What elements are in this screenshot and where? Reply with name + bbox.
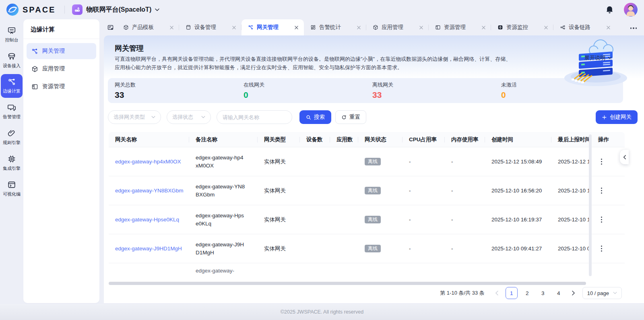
row-actions-icon[interactable]	[598, 188, 605, 194]
gateway-type-select[interactable]: 选择网关类型	[108, 110, 161, 124]
expand-description-toggle[interactable]: 展开说明	[584, 54, 612, 62]
memory-usage: -	[445, 246, 485, 252]
stat-total-gateways: 网关总数 33	[108, 81, 237, 100]
page-size-select[interactable]: 10 / page	[582, 287, 622, 299]
row-actions-icon[interactable]	[598, 159, 605, 165]
gateway-table: 网关名称 备注名称 网关类型 设备数 应用数 网关状态 CPU占用率 内存使用率…	[109, 132, 625, 278]
header-actions	[606, 3, 638, 17]
page-number-4[interactable]: 4	[553, 287, 565, 299]
copyright-text: ©2025 JWSPACE. All rights reserved	[281, 309, 363, 315]
gateway-type: 实体网关	[258, 245, 300, 252]
gateway-name-link[interactable]: edgex-gateway-hp4xM0OX	[109, 159, 189, 165]
gateway-name-input[interactable]	[217, 110, 292, 124]
notification-bell-icon[interactable]	[606, 6, 613, 14]
tab-bar: 产品模板 设备管理 网关管理 告警统计 应用管理	[104, 19, 644, 35]
tab-device-management[interactable]: 设备管理	[179, 19, 242, 35]
device-icon	[186, 25, 191, 30]
gateway-remark: edgex-gateway-YN8BXGbm	[189, 183, 246, 199]
sidebar-item-edge-computing[interactable]: 边缘计算	[1, 74, 23, 98]
gateway-name-link[interactable]: edgex-gateway-YN8BXGbm	[109, 188, 189, 194]
close-tab-icon[interactable]	[357, 26, 361, 29]
sidebar-item-rule-engine[interactable]: 规则引擎	[1, 125, 23, 149]
close-tab-icon[interactable]	[232, 26, 236, 29]
create-gateway-button[interactable]: 创建网关	[596, 110, 638, 124]
stat-online-gateways: 在线网关 0	[237, 81, 365, 100]
last-report-time: 2025-12-12 15	[551, 159, 592, 165]
primary-sidebar: 控制台 设备接入 边缘计算 告警管理 规则引擎 集成引擎 可视化编	[0, 19, 23, 320]
submenu-item-app-management[interactable]: 应用管理	[27, 61, 96, 77]
gateway-name-link[interactable]: edgex-gateway-Hpse0KLq	[109, 217, 189, 223]
user-avatar[interactable]	[624, 3, 638, 17]
main-content: 网关管理 可直连物联网平台，具有网关设备管理功能，并代理网关设备直接连接物联网平…	[104, 35, 644, 303]
rule-engine-icon	[7, 129, 16, 138]
layout-columns-icon	[435, 25, 441, 30]
row-actions-icon[interactable]	[598, 217, 605, 223]
submenu-title: 边缘计算	[23, 19, 99, 39]
chevron-down-icon	[608, 57, 612, 59]
close-tab-icon[interactable]	[482, 26, 485, 29]
gateway-remark: edgex-gateway-hp4xM0OX	[189, 154, 246, 170]
app-name: 物联网平台(SpaceIoT)	[86, 6, 151, 14]
submenu-item-gateway-management[interactable]: 网关管理	[27, 43, 96, 59]
gateway-type: 实体网关	[258, 158, 300, 165]
status-badge: 离线	[365, 187, 381, 194]
gateway-status-cell: 离线	[358, 245, 402, 252]
cpu-usage: -	[402, 159, 445, 165]
tab-resource-management[interactable]: 资源管理	[429, 19, 491, 35]
stat-offline-gateways: 离线网关 33	[365, 81, 494, 100]
tabs: 产品模板 设备管理 网关管理 告警统计 应用管理	[117, 19, 616, 35]
tab-alarm-statistics[interactable]: 告警统计	[304, 19, 366, 35]
close-tab-icon[interactable]	[544, 26, 548, 29]
tab-device-link[interactable]: 设备链路	[553, 19, 616, 35]
header-divider	[64, 6, 65, 14]
tab-gateway-management[interactable]: 网关管理	[242, 19, 304, 35]
reset-button[interactable]: 重置	[335, 110, 366, 124]
sidebar-item-visualization[interactable]: 可视化编	[1, 177, 23, 201]
close-tab-icon[interactable]	[607, 26, 610, 29]
sidebar-item-integration-engine[interactable]: 集成引擎	[1, 151, 23, 175]
vertical-scrollbar[interactable]	[589, 134, 592, 276]
tab-app-management[interactable]: 应用管理	[366, 19, 429, 35]
table-row: edgex-gateway-Hpse0KLq edgex-gateway-Hps…	[109, 205, 625, 234]
sidebar-item-console[interactable]: 控制台	[1, 23, 23, 47]
sidebar-item-alarm-management[interactable]: 告警管理	[1, 99, 23, 124]
row-actions-icon[interactable]	[598, 246, 605, 252]
submenu-item-resource-management[interactable]: 资源管理	[27, 78, 96, 95]
gateway-remark: edgex-gateway-J9HD1MgH	[189, 241, 246, 257]
pagination: 第 1-10 条/共 33 条 1 2 3 4 10 / page	[440, 287, 622, 299]
prev-page-icon[interactable]	[491, 287, 502, 299]
chevron-down-icon	[151, 116, 155, 118]
console-icon	[7, 26, 16, 35]
tab-product-template[interactable]: 产品模板	[117, 19, 179, 35]
next-page-icon[interactable]	[568, 287, 579, 299]
chevron-down-icon	[201, 116, 205, 118]
tabs-panel-icon[interactable]	[107, 24, 114, 31]
device-link-icon	[560, 25, 566, 30]
alarm-management-icon	[7, 103, 16, 112]
row-actions-cell	[592, 188, 620, 194]
created-time: 2025-12-10 16:19:37	[485, 217, 551, 223]
gateway-status-select[interactable]: 选择状态	[167, 110, 211, 124]
submenu-item-label: 资源管理	[42, 83, 65, 90]
close-tab-icon[interactable]	[295, 26, 298, 29]
more-tabs-icon[interactable]	[630, 27, 637, 29]
gateway-name-link[interactable]: edgex-gateway-J9HD1MgH	[109, 246, 189, 252]
device-access-icon	[7, 52, 16, 61]
close-tab-icon[interactable]	[170, 26, 173, 29]
gateway-type: 实体网关	[258, 216, 300, 223]
tab-resource-monitoring[interactable]: 资源监控	[491, 19, 553, 35]
page-number-1[interactable]: 1	[506, 287, 518, 299]
search-button[interactable]: 搜索	[299, 110, 331, 124]
gateway-remark: edgex-gateway-	[189, 267, 246, 275]
horizontal-scrollbar[interactable]	[109, 282, 586, 285]
collapse-panel-handle[interactable]	[620, 150, 629, 164]
chevron-left-icon	[623, 155, 626, 159]
page-description: 可直连物联网平台，具有网关设备管理功能，并代理网关设备直接连接物联网平台的设备。…	[115, 55, 561, 72]
sidebar-item-device-access[interactable]: 设备接入	[1, 48, 23, 72]
app-switcher[interactable]: 物联网平台(SpaceIoT)	[72, 4, 159, 15]
secondary-sidebar: 边缘计算 网关管理 应用管理 资源管理	[23, 19, 99, 303]
page-number-2[interactable]: 2	[521, 287, 533, 299]
close-tab-icon[interactable]	[419, 26, 423, 29]
page-number-3[interactable]: 3	[537, 287, 549, 299]
memory-usage: -	[445, 159, 485, 165]
